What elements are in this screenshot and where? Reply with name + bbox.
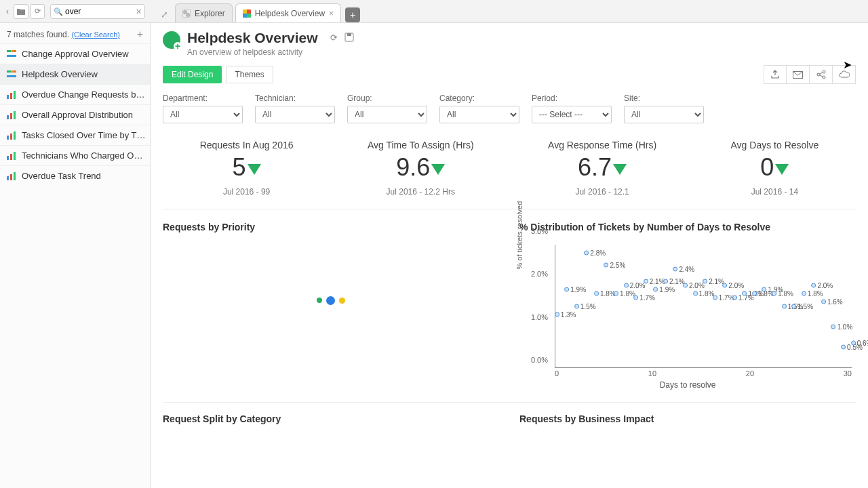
explorer-icon	[182, 9, 191, 18]
kpi-title: Avg Days to Resolve	[731, 140, 819, 150]
data-point: 1.8%	[594, 290, 616, 298]
filter: Site:All	[624, 94, 704, 123]
dot-icon	[851, 340, 856, 345]
page-subtitle: An overview of helpdesk activity	[187, 47, 318, 57]
clear-search-icon[interactable]: ✕	[136, 7, 142, 16]
chart-title: % Distribution of Tickets by Number of D…	[519, 222, 856, 232]
point-label: 1.3%	[561, 310, 576, 318]
dot-icon	[683, 283, 688, 288]
kpi-value: 5	[200, 153, 294, 182]
back-icon[interactable]: ‹	[3, 5, 12, 18]
close-icon[interactable]: ×	[329, 9, 334, 18]
tab-helpdesk-overview[interactable]: Helpdesk Overview ×	[235, 3, 341, 22]
chart-title: Requests by Business Impact	[519, 413, 856, 424]
point-label: 1.9%	[659, 286, 675, 293]
chart-title: Request Split by Category	[163, 413, 499, 424]
pin-icon[interactable]: ⤢	[156, 6, 172, 22]
point-label: 2.0%	[728, 282, 744, 289]
loading-indicator	[163, 239, 499, 361]
share-icon[interactable]	[810, 65, 833, 84]
data-point: 1.5%	[574, 302, 596, 310]
new-tab-button[interactable]: +	[345, 7, 360, 22]
dot-icon	[594, 291, 599, 296]
dot-icon	[722, 283, 727, 288]
search-box[interactable]: 🔍 ✕	[50, 4, 145, 19]
chart-request-split-by-category: Request Split by Category	[163, 413, 499, 424]
sidebar-item[interactable]: Overdue Task Trend	[0, 165, 150, 186]
export-icon[interactable]	[764, 65, 787, 84]
dot-icon	[644, 279, 648, 284]
point-label: 2.4%	[679, 266, 694, 273]
sidebar-item-label: Tasks Closed Over Time by T…	[22, 130, 146, 140]
data-point: 1.7%	[713, 294, 734, 302]
kpi-compare: Jul 2016 - 12.1	[548, 187, 656, 197]
data-point: 1.6%	[821, 298, 843, 306]
tab-label: Explorer	[195, 9, 225, 18]
filter-select[interactable]: All	[255, 106, 335, 123]
add-item-icon[interactable]: +	[137, 28, 143, 41]
sidebar-item-label: Overall Approval Distribution	[22, 110, 133, 120]
barchart-icon	[7, 172, 16, 180]
filter-select[interactable]: All	[439, 106, 519, 123]
filter-select[interactable]: All	[624, 106, 704, 123]
dot-icon	[841, 344, 846, 349]
filter-label: Site:	[624, 94, 704, 103]
email-icon[interactable]	[787, 65, 810, 84]
folder-button[interactable]	[14, 4, 28, 19]
themes-button[interactable]: Themes	[226, 66, 273, 83]
data-point: 1.3%	[555, 310, 576, 318]
kpi-card: Avg Days to Resolve 0 Jul 2016 - 14	[731, 140, 819, 197]
data-point: 2.0%	[811, 282, 833, 289]
data-point: 1.8%	[614, 290, 635, 298]
refresh-icon[interactable]: ⟳	[330, 33, 338, 43]
data-point: 0.6%	[851, 339, 868, 346]
kpi-card: Avg Time To Assign (Hrs) 9.6 Jul 2016 - …	[368, 140, 474, 197]
dot-icon	[782, 304, 787, 308]
data-point: 1.5%	[791, 302, 813, 310]
sidebar-item[interactable]: Overall Approval Distribution	[0, 104, 150, 125]
barchart-icon	[7, 131, 16, 140]
tab-explorer[interactable]: Explorer	[175, 3, 233, 22]
x-tick: 10	[648, 369, 656, 378]
sidebar-item[interactable]: Technicians Who Charged O…	[0, 145, 150, 165]
filter-select[interactable]: All	[347, 106, 427, 123]
svg-point-4	[817, 73, 820, 76]
dot-icon	[624, 283, 629, 288]
dot-icon	[653, 287, 658, 292]
matches-count: 7 matches found.	[7, 30, 69, 39]
sidebar-item[interactable]: Tasks Closed Over Time by T…	[0, 125, 150, 145]
filter-select[interactable]: --- Select ---	[532, 106, 612, 123]
dot-icon	[732, 296, 737, 300]
search-icon: 🔍	[54, 7, 63, 16]
dot-icon	[831, 324, 836, 329]
data-point: 2.5%	[604, 262, 625, 269]
dot-icon	[663, 279, 668, 284]
y-axis: % of tickets resolved 0.0%1.0%2.0%3.0%	[519, 239, 551, 368]
kpi-compare: Jul 2016 - 99	[200, 187, 294, 197]
data-point: 1.9%	[564, 286, 586, 293]
save-icon[interactable]	[344, 33, 354, 43]
topbar: ‹ ⟳ 🔍 ✕ ⤢ Explorer Helpdesk Overview × +	[0, 0, 868, 23]
filter-label: Department:	[163, 94, 243, 103]
sidebar-item[interactable]: Change Approval Overview	[0, 43, 150, 64]
svg-point-5	[823, 76, 825, 79]
point-label: 1.6%	[827, 298, 843, 306]
point-label: 2.8%	[590, 249, 606, 257]
x-axis: 0102030	[555, 369, 852, 378]
data-point: 2.0%	[624, 282, 646, 289]
dot-icon	[762, 287, 767, 292]
search-input[interactable]	[65, 7, 133, 16]
sidebar-item[interactable]: Helpdesk Overview	[0, 64, 150, 84]
dot-icon	[633, 296, 638, 300]
toolbar: Edit Design Themes	[163, 65, 856, 84]
dot-icon	[693, 291, 698, 296]
clear-search-link[interactable]: (Clear Search)	[71, 30, 120, 39]
edit-design-button[interactable]: Edit Design	[163, 66, 222, 83]
sidebar-item[interactable]: Overdue Change Requests b…	[0, 84, 150, 104]
cloud-icon[interactable]	[833, 65, 856, 84]
kpi-compare: Jul 2016 - 12.2 Hrs	[368, 187, 474, 197]
filter-select[interactable]: All	[163, 106, 243, 123]
dashboard-icon	[243, 9, 251, 18]
filter-label: Technician:	[255, 94, 335, 103]
reload-button[interactable]: ⟳	[30, 4, 45, 19]
